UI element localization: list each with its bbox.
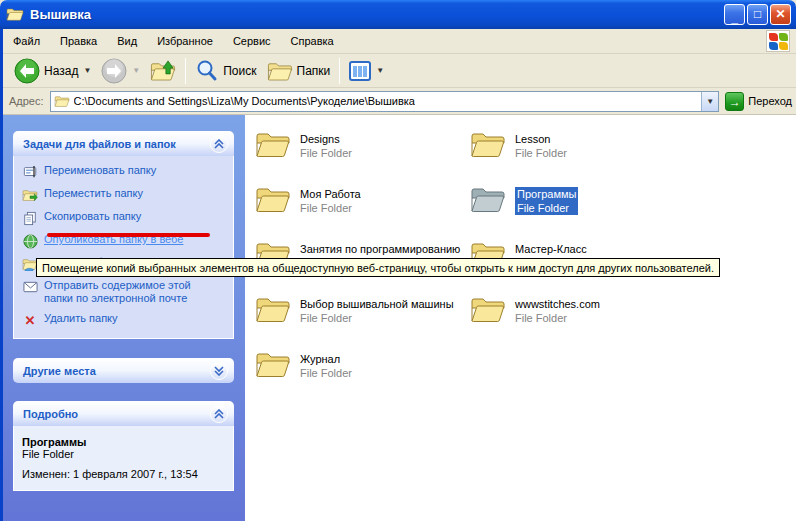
menu-tools[interactable]: Сервис: [223, 31, 281, 51]
folder-name: Программы: [515, 187, 578, 201]
red-underline-annotation: [47, 233, 210, 237]
folder-icon: [470, 295, 506, 325]
maximize-button[interactable]: □: [747, 4, 768, 25]
tooltip: Помещение копий выбранных элементов на о…: [36, 258, 720, 277]
explorer-window: Вышивка _ □ ✕ Файл Правка Вид Избранное …: [0, 0, 796, 521]
details-panel: Подробно Программы File Folder Изменен: …: [13, 401, 234, 491]
forward-dropdown-icon: ▼: [132, 66, 140, 75]
folder-name: Журнал: [300, 352, 352, 366]
address-dropdown-button[interactable]: ▼: [701, 92, 718, 111]
folder-name: Lesson: [515, 132, 567, 146]
details-folder-name: Программы: [22, 436, 225, 448]
folder-name: Моя Работа: [300, 187, 361, 201]
delete-x-icon: ✕: [22, 312, 38, 328]
collapse-chevron-icon[interactable]: [210, 135, 228, 153]
folder-name: Мастер-Класс: [515, 242, 587, 256]
search-button[interactable]: Поиск: [190, 57, 261, 85]
folder-tile-vybor-mashiny[interactable]: Выбор вышивальной машины File Folder: [255, 295, 470, 350]
menu-view[interactable]: Вид: [107, 31, 147, 51]
publish-web-icon: [22, 233, 38, 249]
forward-button[interactable]: ▼: [96, 56, 145, 86]
folder-tile-wwwstitches[interactable]: wwwstitches.com File Folder: [470, 295, 685, 350]
back-label: Назад: [44, 64, 78, 78]
folder-icon: [255, 295, 291, 325]
details-title: Подробно: [23, 408, 78, 420]
folder-up-icon: [150, 59, 176, 83]
folder-content-area: Задачи для файлов и папок: [3, 115, 796, 521]
folder-name: wwwstitches.com: [515, 297, 600, 311]
other-places-header[interactable]: Другие места: [13, 358, 234, 383]
task-label: Скопировать папку: [44, 210, 141, 223]
other-places-panel: Другие места: [13, 358, 234, 383]
folder-tile-zhurnal[interactable]: Журнал File Folder: [255, 350, 470, 405]
folder-type: File Folder: [515, 311, 600, 325]
address-input[interactable]: C:\Documents and Settings\Liza\My Docume…: [50, 91, 720, 112]
folder-icon: [255, 185, 291, 215]
folder-name: Designs: [300, 132, 352, 146]
back-dropdown-icon[interactable]: ▼: [83, 66, 91, 75]
menu-edit[interactable]: Правка: [50, 31, 107, 51]
copy-icon: [22, 210, 38, 226]
back-button[interactable]: Назад ▼: [9, 56, 96, 86]
details-modified: Изменен: 1 февраля 2007 г., 13:54: [22, 468, 225, 480]
other-places-title: Другие места: [23, 365, 96, 377]
task-rename-folder[interactable]: Переименовать папку: [22, 164, 227, 180]
task-label: Отправить содержимое этой папки по элект…: [44, 279, 216, 305]
up-button[interactable]: [145, 57, 181, 85]
folder-type: File Folder: [300, 311, 454, 325]
views-dropdown-icon[interactable]: ▼: [376, 66, 384, 75]
file-tasks-header[interactable]: Задачи для файлов и папок: [13, 131, 234, 156]
details-body: Программы File Folder Изменен: 1 февраля…: [13, 426, 234, 491]
address-path: C:\Documents and Settings\Liza\My Docume…: [74, 95, 415, 107]
folders-icon: [267, 59, 293, 83]
window-folder-icon: [6, 7, 24, 22]
views-button[interactable]: ▼: [344, 59, 389, 83]
folder-name: Выбор вышивальной машины: [300, 297, 454, 311]
task-label: Переименовать папку: [44, 164, 156, 177]
window-title: Вышивка: [30, 7, 91, 22]
folders-button[interactable]: Папки: [262, 57, 336, 85]
menu-favorites[interactable]: Избранное: [147, 31, 223, 51]
folder-type: File Folder: [300, 366, 352, 380]
folder-icon: [470, 130, 506, 160]
folder-icon-selected: [470, 185, 506, 215]
forward-icon: [101, 58, 127, 84]
task-email-folder[interactable]: Отправить содержимое этой папки по элект…: [22, 279, 227, 305]
title-bar[interactable]: Вышивка _ □ ✕: [0, 0, 796, 29]
views-icon: [349, 61, 371, 81]
sidebar: Задачи для файлов и папок: [3, 115, 245, 521]
folder-tile-programmy-selected[interactable]: Программы File Folder: [470, 185, 685, 240]
go-button[interactable]: → Переход: [725, 92, 792, 111]
collapse-chevron-icon[interactable]: [210, 405, 228, 423]
folder-type: File Folder: [515, 201, 578, 215]
windows-logo: [766, 30, 790, 52]
close-button[interactable]: ✕: [770, 4, 791, 25]
folder-icon: [255, 130, 291, 160]
details-folder-type: File Folder: [22, 448, 225, 460]
address-bar: Адрес: C:\Documents and Settings\Liza\My…: [3, 88, 796, 115]
folder-type: File Folder: [515, 146, 567, 160]
email-icon: [22, 279, 38, 295]
toolbar-separator: [185, 58, 186, 84]
folder-tile-lesson[interactable]: Lesson File Folder: [470, 130, 685, 185]
expand-chevron-icon[interactable]: [210, 362, 228, 380]
task-label: Удалить папку: [44, 312, 118, 325]
task-move-folder[interactable]: Переместить папку: [22, 187, 227, 203]
search-icon: [195, 59, 219, 83]
details-header[interactable]: Подробно: [13, 401, 234, 426]
minimize-button[interactable]: _: [724, 4, 745, 25]
go-label: Переход: [748, 95, 792, 107]
move-folder-icon: [22, 187, 38, 203]
menu-help[interactable]: Справка: [281, 31, 344, 51]
menu-file[interactable]: Файл: [3, 31, 50, 51]
toolbar-separator: [339, 58, 340, 84]
folder-tile-moya-rabota[interactable]: Моя Работа File Folder: [255, 185, 470, 240]
file-tasks-title: Задачи для файлов и папок: [23, 138, 176, 150]
task-delete-folder[interactable]: ✕ Удалить папку: [22, 312, 227, 328]
toolbar: Назад ▼ ▼: [3, 54, 796, 88]
task-copy-folder[interactable]: Скопировать папку: [22, 210, 227, 226]
file-tasks-body: Переименовать папку Переместить папку: [13, 156, 234, 339]
folder-type: File Folder: [300, 146, 352, 160]
rename-icon: [22, 164, 38, 180]
folder-tile-designs[interactable]: Designs File Folder: [255, 130, 470, 185]
